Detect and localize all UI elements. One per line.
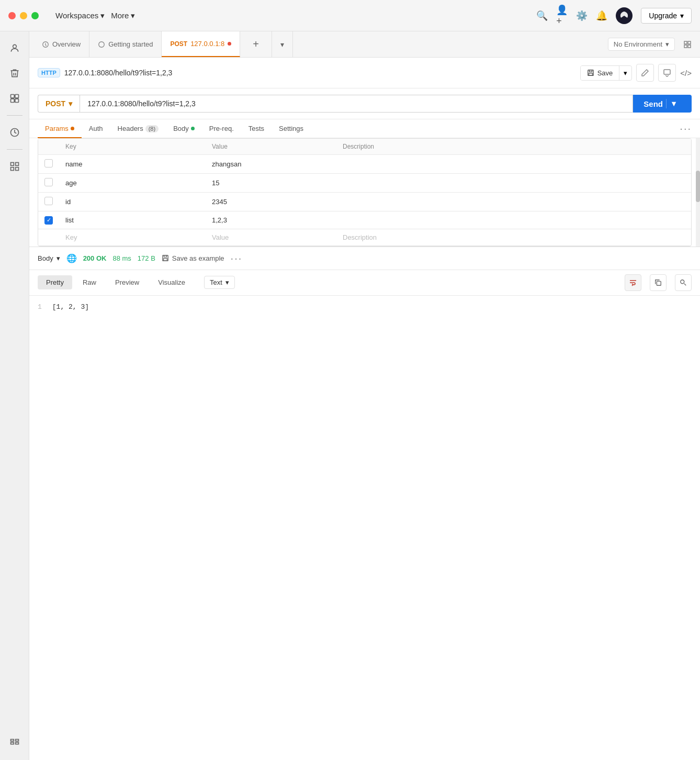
tests-label: Tests	[249, 125, 264, 132]
workspaces-menu[interactable]: Workspaces ▾	[55, 11, 105, 20]
body-label[interactable]: Body ▾	[38, 254, 60, 262]
sidebar-item-trash[interactable]	[4, 63, 25, 84]
save-dropdown-button[interactable]: ▾	[619, 66, 631, 80]
prereq-label: Pre-req.	[209, 125, 234, 132]
url-display-text: 127.0.0.1:8080/hello/t9?list=1,2,3	[64, 69, 173, 77]
sidebar-item-collections[interactable]	[4, 88, 25, 109]
tab-post-request[interactable]: POST 127.0.0.1:8	[162, 31, 240, 57]
notification-icon[interactable]: 🔔	[596, 10, 607, 21]
row-desc-2[interactable]	[336, 174, 691, 193]
sidebar-item-user[interactable]	[4, 38, 25, 59]
text-chevron-icon: ▾	[225, 278, 229, 286]
row-value-2[interactable]: 15	[206, 174, 336, 193]
svg-point-29	[681, 280, 684, 283]
upgrade-button[interactable]: Upgrade ▾	[641, 8, 692, 24]
checkbox-3[interactable]	[44, 197, 53, 205]
row-key-3[interactable]: id	[59, 193, 206, 211]
response-json-content: [1, 2, 3]	[52, 303, 89, 311]
tab-tests[interactable]: Tests	[241, 119, 272, 138]
svg-rect-19	[684, 45, 687, 48]
row-value-placeholder[interactable]: Value	[206, 229, 336, 245]
environment-select[interactable]: No Environment ▾	[608, 38, 675, 51]
tabs-more-icon[interactable]: ···	[680, 122, 692, 135]
wrap-button[interactable]	[625, 274, 641, 291]
body-active-dot	[191, 127, 195, 130]
checkbox-2[interactable]	[44, 178, 53, 186]
row-checkbox-cell-3[interactable]	[38, 193, 59, 211]
copy-response-button[interactable]	[650, 274, 667, 291]
svg-rect-26	[164, 255, 166, 258]
request-bar: POST ▾ Send ▾	[29, 88, 700, 119]
response-body: 1[1, 2, 3]	[29, 296, 700, 319]
auth-label: Auth	[89, 125, 103, 132]
row-desc-1[interactable]	[336, 155, 691, 174]
more-menu[interactable]: More ▾	[111, 11, 135, 20]
view-toggle-icon[interactable]	[679, 36, 696, 53]
tab-prereq[interactable]: Pre-req.	[202, 119, 241, 138]
row-key-placeholder[interactable]: Key	[59, 229, 206, 245]
search-response-button[interactable]	[675, 274, 692, 291]
svg-rect-28	[657, 281, 661, 285]
tab-params[interactable]: Params	[38, 119, 82, 138]
tab-overview[interactable]: Overview	[33, 31, 89, 57]
sidebar-item-apps[interactable]	[4, 156, 25, 177]
sidebar-item-history[interactable]	[4, 122, 25, 143]
edit-icon-button[interactable]	[636, 64, 654, 82]
row-key-4[interactable]: list	[59, 211, 206, 229]
minimize-button[interactable]	[20, 12, 27, 19]
maximize-button[interactable]	[31, 12, 39, 19]
comment-icon-button[interactable]	[658, 64, 676, 82]
tab-bar-right: No Environment ▾	[608, 36, 696, 53]
settings-icon[interactable]: ⚙️	[576, 10, 588, 21]
row-key-2[interactable]: age	[59, 174, 206, 193]
checkbox-1[interactable]	[44, 159, 53, 167]
sidebar-item-grid[interactable]	[4, 733, 25, 754]
body-label-text: Body	[38, 254, 53, 262]
response-more-icon[interactable]: ···	[231, 252, 243, 264]
svg-rect-13	[10, 742, 14, 744]
close-button[interactable]	[8, 12, 16, 19]
save-button[interactable]: Save	[581, 66, 619, 80]
row-desc-placeholder[interactable]: Description	[336, 229, 691, 245]
scrollbar-thumb[interactable]	[696, 171, 700, 202]
row-value-4[interactable]: 1,2,3	[206, 211, 336, 229]
send-dropdown-icon[interactable]: ▾	[666, 99, 681, 108]
svg-rect-23	[589, 73, 592, 75]
resp-tab-preview[interactable]: Preview	[107, 275, 148, 289]
row-desc-3[interactable]	[336, 193, 691, 211]
row-desc-4[interactable]	[336, 211, 691, 229]
tab-add[interactable]: +	[240, 31, 272, 57]
resp-tab-raw[interactable]: Raw	[74, 275, 105, 289]
svg-rect-9	[10, 167, 14, 171]
tab-headers[interactable]: Headers (8)	[110, 119, 166, 138]
tab-chevron-down[interactable]: ▾	[272, 31, 293, 57]
env-chevron-icon: ▾	[665, 40, 669, 48]
url-input[interactable]	[80, 95, 633, 113]
tab-auth[interactable]: Auth	[82, 119, 110, 138]
sidebar-divider-2	[7, 149, 22, 150]
col-desc-header: Description	[336, 139, 691, 155]
code-icon[interactable]: </>	[680, 69, 692, 77]
method-select[interactable]: POST ▾	[38, 95, 80, 113]
resp-tab-pretty[interactable]: Pretty	[38, 275, 72, 289]
text-format-select[interactable]: Text ▾	[204, 276, 235, 289]
save-example-button[interactable]: Save as example	[162, 254, 224, 262]
row-checkbox-cell-4[interactable]: ✓	[38, 211, 59, 229]
tab-bar: Overview Getting started POST 127.0.0.1:…	[29, 31, 700, 58]
avatar[interactable]	[616, 7, 633, 24]
row-value-3[interactable]: 2345	[206, 193, 336, 211]
add-tab-icon[interactable]: +	[249, 38, 263, 50]
row-value-1[interactable]: zhangsan	[206, 155, 336, 174]
send-button[interactable]: Send ▾	[633, 95, 692, 113]
tab-getting-started[interactable]: Getting started	[89, 31, 162, 57]
row-key-1[interactable]: name	[59, 155, 206, 174]
add-user-icon[interactable]: 👤+	[556, 10, 568, 21]
tab-settings[interactable]: Settings	[272, 119, 311, 138]
resp-tab-visualize[interactable]: Visualize	[150, 275, 194, 289]
row-checkbox-cell-1[interactable]	[38, 155, 59, 174]
search-icon[interactable]: 🔍	[536, 10, 548, 21]
tab-list-chevron-icon[interactable]: ▾	[280, 40, 284, 49]
checkbox-4[interactable]: ✓	[44, 216, 53, 225]
row-checkbox-cell-2[interactable]	[38, 174, 59, 193]
tab-body[interactable]: Body	[166, 119, 202, 138]
